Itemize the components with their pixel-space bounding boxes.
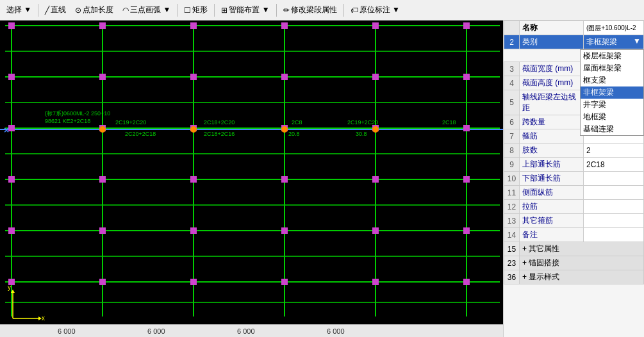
prop-group-23[interactable]: 23 + 锚固搭接 [504,256,644,270]
smart-layout-label: 智能布置 ▼ [229,4,269,15]
toolbar: 选择 ▼ ╱ 直线 ⊙ 点加长度 ◠ 三点画弧 ▼ ☐ 矩形 ⊞ 智能布置 ▼ … [0,0,644,21]
svg-rect-30 [99,227,106,234]
prop-row-10[interactable]: 10 下部通长筋 [504,172,644,186]
svg-rect-37 [190,279,197,285]
prop-header-value: (图层+10.600)L-2 [584,21,644,35]
svg-text:2C18+2C20: 2C18+2C20 [204,119,235,126]
property-table: 名称 (图层+10.600)L-2 2 类别 非框架梁 ▼ [504,21,644,284]
svg-point-57 [190,126,197,133]
category-dropdown: 楼层框架梁 屋面框架梁 框支梁 非框架梁 井字梁 地框梁 基础连梁 [504,49,644,62]
svg-rect-31 [99,279,106,285]
svg-rect-21 [8,74,15,80]
svg-rect-43 [281,279,288,285]
option-jichu[interactable]: 基础连梁 [581,123,643,135]
ruler-mark-2: 6 000 [147,327,165,335]
prop-row-9[interactable]: 9 上部通长筋 2C18 [504,158,644,172]
separator-1 [38,4,38,17]
option-louc[interactable]: 楼层框架梁 [581,50,643,62]
svg-rect-26 [99,22,106,29]
ruler-mark-4: 6 000 [327,327,345,335]
plus-icon-15: + [522,244,527,253]
smart-icon: ⊞ [221,6,227,15]
svg-text:(标7系)0600ML-2 250+10: (标7系)0600ML-2 250+10 [45,110,110,117]
svg-rect-54 [463,227,470,234]
select-tool-label: 选择 ▼ [6,4,31,15]
prop-row-2-label: 类别 [520,35,584,49]
modify-beam-button[interactable]: ✏ 修改梁段属性 [279,3,341,17]
svg-rect-52 [463,125,470,131]
prop-row-2-value[interactable]: 非框架梁 ▼ [584,35,644,49]
point-length-label: 点加长度 [83,4,113,15]
svg-rect-22 [8,125,15,131]
option-kuangzhi[interactable]: 框支梁 [581,74,643,86]
option-jingzi[interactable]: 井字梁 [581,99,643,111]
svg-rect-39 [281,74,288,80]
rect-tool-button[interactable]: ☐ 矩形 [180,3,211,17]
svg-text:2C19+2C20: 2C19+2C20 [347,119,378,126]
svg-rect-42 [281,227,288,234]
svg-text:2C8: 2C8 [292,119,302,126]
plus-icon-23: + [522,258,527,267]
svg-rect-53 [463,176,470,183]
separator-3 [214,4,215,17]
arc-tool-label: 三点画弧 ▼ [130,4,170,15]
svg-rect-20 [8,22,15,29]
option-dikuang[interactable]: 地框梁 [581,111,643,123]
svg-text:x: x [42,315,45,322]
prop-row-12[interactable]: 12 拉筋 [504,200,644,214]
canvas-area[interactable]: × (标7系)0600ML-2 250+10 98621 KE2+2C18 2C… [0,21,503,337]
canvas-grid: × (标7系)0600ML-2 250+10 98621 KE2+2C18 2C… [0,21,503,337]
prop-row-8[interactable]: 8 肢数 2 [504,144,644,158]
in-situ-label: 原位标注 ▼ [359,4,400,15]
modify-icon: ✏ [283,6,290,15]
dropdown-menu[interactable]: 楼层框架梁 屋面框架梁 框支梁 非框架梁 井字梁 地框梁 基础连梁 [580,49,644,136]
prop-group-15-label[interactable]: + 其它属性 [520,242,644,256]
svg-rect-48 [372,227,379,234]
line-tool-button[interactable]: ╱ 直线 [41,3,70,17]
svg-text:20.8: 20.8 [288,131,300,137]
point-length-tool-button[interactable]: ⊙ 点加长度 [71,3,117,17]
point-icon: ⊙ [75,6,81,15]
dropdown-arrow-icon[interactable]: ▼ [633,37,641,45]
prop-row-14[interactable]: 14 备注 [504,228,644,242]
prop-group-15[interactable]: 15 + 其它属性 [504,242,644,256]
svg-point-59 [372,126,379,133]
svg-rect-55 [463,279,470,285]
svg-rect-24 [8,227,15,234]
in-situ-label-button[interactable]: 🏷 原位标注 ▼ [347,3,404,17]
line-tool-label: 直线 [51,4,66,15]
prop-group-36[interactable]: 36 + 显示样式 [504,270,644,284]
prop-group-23-label[interactable]: + 锚固搭接 [520,256,644,270]
svg-rect-44 [372,22,379,29]
separator-2 [177,4,178,17]
svg-text:×: × [4,125,9,135]
svg-rect-32 [190,22,197,29]
svg-text:98621 KE2+2C18: 98621 KE2+2C18 [45,118,90,124]
svg-rect-38 [281,22,288,29]
separator-5 [343,4,344,17]
prop-group-36-label[interactable]: + 显示样式 [520,270,644,284]
svg-rect-51 [463,74,470,80]
prop-row-11[interactable]: 11 侧面纵筋 [504,186,644,200]
smart-layout-button[interactable]: ⊞ 智能布置 ▼ [217,3,273,17]
svg-rect-45 [372,74,379,80]
select-tool-button[interactable]: 选择 ▼ [3,3,35,17]
svg-text:2C20+2C18: 2C20+2C18 [125,131,156,137]
svg-text:2C18: 2C18 [442,119,456,126]
option-wumian[interactable]: 屋面框架梁 [581,62,643,74]
svg-text:y: y [8,284,11,291]
prop-row-13[interactable]: 13 其它箍筋 [504,214,644,228]
option-feikuang[interactable]: 非框架梁 [581,86,643,99]
svg-rect-41 [281,176,288,183]
prop-row-2[interactable]: 2 类别 非框架梁 ▼ [504,35,644,49]
svg-text:30.8: 30.8 [356,131,367,137]
prop-row-2-num: 2 [504,35,520,49]
svg-text:2C19+2C20: 2C19+2C20 [115,119,146,126]
svg-rect-50 [463,22,470,29]
svg-text:2C18+2C16: 2C18+2C16 [204,131,235,137]
prop-header-row: 名称 (图层+10.600)L-2 [504,21,644,35]
line-icon: ╱ [45,6,49,15]
svg-point-56 [99,126,106,133]
arc-tool-button[interactable]: ◠ 三点画弧 ▼ [119,3,174,17]
svg-rect-29 [99,176,106,183]
